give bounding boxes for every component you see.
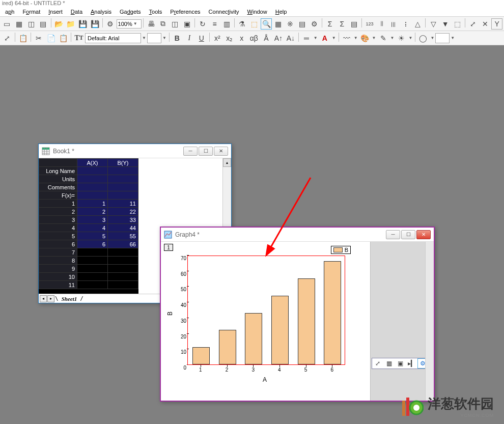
favorites-icon[interactable]: ⚙ — [105, 18, 116, 30]
symbol-size[interactable] — [435, 33, 450, 43]
graph-canvas[interactable]: 1 B B A 010203040506070 123456 — [161, 242, 370, 401]
bar[interactable] — [298, 278, 315, 364]
menu-format[interactable]: Format — [18, 8, 44, 16]
lock-icon[interactable]: ⬚ — [249, 18, 260, 30]
fit-icon[interactable]: ⤢ — [467, 18, 479, 30]
filter2-icon[interactable]: ▼ — [440, 18, 451, 30]
pen-icon[interactable]: ✎ — [378, 33, 389, 44]
graph-maximize-button[interactable]: ☐ — [401, 230, 415, 239]
book-maximize-button[interactable]: ☐ — [199, 147, 213, 156]
sheet-tab[interactable]: Sheet1 — [59, 296, 80, 302]
y-axis-label[interactable]: B — [166, 312, 174, 316]
size-combo[interactable] — [147, 33, 161, 43]
line-style-icon[interactable]: ═ — [301, 33, 312, 44]
recalc-icon[interactable]: ⚗ — [237, 18, 248, 30]
menu-graph[interactable]: aph — [1, 8, 18, 16]
code-icon[interactable]: ⚙ — [309, 18, 320, 30]
x-axis-label[interactable]: A — [263, 376, 267, 383]
grid-tool-icon[interactable]: ▦ — [384, 358, 394, 369]
area-plot-icon[interactable]: △ — [412, 18, 424, 30]
units-header[interactable]: Units — [39, 175, 77, 183]
filter-icon[interactable]: ▽ — [428, 18, 439, 30]
sup-icon[interactable]: x² — [212, 33, 223, 44]
explorer-icon[interactable]: ▤ — [297, 18, 308, 30]
new-project-icon[interactable]: ▭ — [2, 18, 13, 30]
menu-preferences[interactable]: Preferences — [166, 8, 204, 16]
font-combo[interactable]: Default: Arial — [85, 33, 141, 43]
save-icon[interactable]: 💾 — [77, 18, 89, 30]
menu-data[interactable]: Data — [67, 8, 87, 16]
longname-header[interactable]: Long Name — [39, 167, 77, 175]
inc-icon[interactable]: A↑ — [273, 33, 284, 44]
duplicate-icon[interactable]: ⧉ — [157, 18, 169, 30]
expand-icon[interactable]: ⤢ — [2, 33, 13, 44]
123-icon[interactable]: 123 — [364, 18, 375, 30]
open-icon[interactable]: 📂 — [53, 18, 64, 30]
zoom-combo[interactable]: 100%▼ — [117, 19, 142, 29]
bold-icon[interactable]: B — [172, 33, 183, 44]
symbol-shape-icon[interactable]: ◯ — [417, 33, 429, 44]
digitizer-icon[interactable]: ▦ — [273, 18, 284, 30]
italic-icon[interactable]: I — [184, 33, 195, 44]
menu-gadgets[interactable]: Gadgets — [116, 8, 145, 16]
histogram-icon[interactable]: ⫶ — [400, 18, 411, 30]
line-color-icon[interactable]: 〰 — [341, 33, 352, 44]
reader-icon[interactable]: 🔍 — [261, 18, 272, 30]
book-close-button[interactable]: ✕ — [214, 147, 228, 156]
print-icon[interactable]: 🖶 — [146, 18, 157, 30]
add-col-icon[interactable]: ▥ — [221, 18, 232, 30]
mask-icon[interactable]: ⬚ — [452, 18, 463, 30]
symbol-icon[interactable]: Å — [261, 33, 272, 44]
plot-area[interactable] — [187, 256, 345, 365]
book-titlebar[interactable]: Book1 * ─ ☐ ✕ — [39, 144, 231, 158]
save-template-icon[interactable]: 💾 — [89, 18, 100, 30]
graph-titlebar[interactable]: Graph4 * ─ ☐ ✕ — [161, 228, 434, 242]
col-plot-icon[interactable]: ⫴ — [376, 18, 387, 30]
new-matrix-icon[interactable]: ▤ — [38, 18, 49, 30]
font-color-icon[interactable]: A — [319, 33, 330, 44]
col-a-header[interactable]: A(X) — [77, 159, 108, 167]
greek-icon[interactable]: αβ — [248, 33, 260, 44]
sigma2-icon[interactable]: Σ — [337, 18, 348, 30]
extract-tool-icon[interactable]: ▸▎ — [406, 358, 416, 369]
cut-icon[interactable]: ✂ — [33, 33, 44, 44]
tab-prev-button[interactable]: ◂ — [40, 295, 47, 302]
scroll-up-icon[interactable]: ▴ — [223, 158, 231, 167]
bar[interactable] — [192, 347, 210, 364]
new-workbook-icon[interactable]: ▦ — [14, 18, 25, 30]
dec-icon[interactable]: A↓ — [285, 33, 296, 44]
graph-scrollbar[interactable] — [425, 242, 434, 401]
bar[interactable] — [271, 296, 289, 364]
new-graph-icon[interactable]: ◫ — [25, 18, 37, 30]
rescale-tool-icon[interactable]: ⤢ — [373, 358, 383, 369]
copy-icon[interactable]: 📄 — [45, 33, 57, 44]
layer-badge[interactable]: 1 — [164, 244, 173, 251]
menu-window[interactable]: Window — [243, 8, 271, 16]
graph-close-button[interactable]: ✕ — [416, 230, 431, 239]
menu-analysis[interactable]: Analysis — [87, 8, 116, 16]
layers-tool-icon[interactable]: ▣ — [395, 358, 405, 369]
fill-color-icon[interactable]: 🎨 — [359, 33, 371, 44]
sigma-icon[interactable]: Σ — [324, 18, 335, 30]
tab-next-button[interactable]: ▸ — [47, 295, 54, 302]
open-template-icon[interactable]: 📁 — [65, 18, 76, 30]
y-axis-icon[interactable]: Y — [491, 18, 502, 30]
font-type-icon[interactable]: TT — [73, 33, 85, 44]
sub-icon[interactable]: x₂ — [224, 33, 235, 44]
bar[interactable] — [324, 261, 341, 364]
legend[interactable]: B — [331, 246, 351, 254]
copy-page-icon[interactable]: 📋 — [17, 33, 29, 44]
graph-minimize-button[interactable]: ─ — [386, 230, 400, 239]
paste-icon[interactable]: 📋 — [58, 33, 69, 44]
graph-window[interactable]: Graph4 * ─ ☐ ✕ 1 B B A 010203040506070 1… — [160, 227, 435, 402]
close-x-icon[interactable]: ✕ — [480, 18, 491, 30]
slide-icon[interactable]: ▣ — [182, 18, 193, 30]
stats-icon[interactable]: ▤ — [349, 18, 360, 30]
bar[interactable] — [219, 330, 236, 364]
comments-header[interactable]: Comments — [39, 183, 77, 191]
underline-icon[interactable]: U — [196, 33, 207, 44]
refresh-icon[interactable]: ↻ — [197, 18, 208, 30]
worksheet-table[interactable]: A(X)B(Y) Long Name Units Comments F(x)= … — [39, 158, 138, 294]
subsup-icon[interactable]: x — [236, 33, 247, 44]
book-minimize-button[interactable]: ─ — [183, 147, 198, 156]
